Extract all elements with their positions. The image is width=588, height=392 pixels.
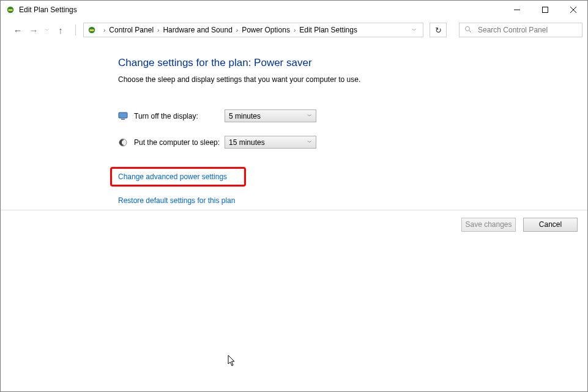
chevron-right-icon[interactable]: ›: [234, 27, 240, 34]
window-controls: [503, 1, 587, 19]
window-title: Edit Plan Settings: [19, 6, 503, 14]
sleep-timeout-label: Put the computer to sleep:: [134, 138, 225, 147]
chevron-right-icon[interactable]: ›: [155, 27, 162, 34]
page-description: Choose the sleep and display settings th…: [118, 75, 587, 84]
save-button[interactable]: Save changes: [461, 218, 516, 232]
nav-separator: [75, 24, 76, 35]
address-dropdown-button[interactable]: ﹀: [408, 27, 420, 34]
restore-defaults-link[interactable]: Restore default settings for this plan: [118, 196, 235, 205]
display-timeout-label: Turn off the display:: [134, 112, 225, 120]
svg-rect-10: [119, 113, 127, 118]
refresh-button[interactable]: ↻: [430, 23, 447, 37]
svg-rect-11: [121, 119, 125, 120]
svg-rect-1: [9, 9, 13, 11]
links-section: Change advanced power settings Restore d…: [118, 167, 587, 205]
chevron-right-icon[interactable]: ›: [101, 27, 108, 34]
breadcrumb-item[interactable]: Edit Plan Settings: [298, 26, 359, 34]
display-timeout-value: 5 minutes: [229, 112, 261, 120]
sleep-timeout-value: 15 minutes: [229, 138, 265, 147]
search-icon: [464, 26, 472, 35]
breadcrumb-item[interactable]: Power Options: [240, 26, 291, 34]
svg-rect-7: [90, 29, 94, 31]
power-options-icon: [6, 5, 15, 15]
back-button[interactable]: ←: [12, 26, 24, 35]
highlighted-link-box: Change advanced power settings: [110, 167, 246, 187]
navigation-bar: ← → ﹀ ↑ › Control Panel › Hardware and S…: [1, 19, 587, 41]
search-box[interactable]: [459, 23, 582, 37]
maximize-button[interactable]: [531, 1, 559, 19]
cancel-button[interactable]: Cancel: [523, 218, 578, 232]
moon-icon: [118, 138, 128, 147]
filler: [1, 239, 587, 392]
display-timeout-select[interactable]: 5 minutes ﹀: [225, 109, 316, 122]
up-button[interactable]: ↑: [54, 26, 67, 35]
recent-locations-button[interactable]: ﹀: [45, 27, 50, 34]
forward-button[interactable]: →: [28, 26, 40, 35]
chevron-down-icon: ﹀: [307, 113, 312, 119]
svg-rect-3: [543, 7, 548, 13]
display-timeout-row: Turn off the display: 5 minutes ﹀: [118, 109, 587, 122]
sleep-timeout-row: Put the computer to sleep: 15 minutes ﹀: [118, 136, 587, 149]
window-frame: Edit Plan Settings ← → ﹀ ↑: [0, 0, 588, 392]
close-button[interactable]: [559, 1, 587, 19]
minimize-button[interactable]: [503, 1, 531, 19]
advanced-settings-link[interactable]: Change advanced power settings: [118, 172, 227, 181]
power-options-icon: [86, 26, 97, 34]
monitor-icon: [118, 111, 128, 121]
breadcrumb-item[interactable]: Control Panel: [108, 26, 155, 34]
content-area: Change settings for the plan: Power save…: [1, 41, 587, 210]
search-input[interactable]: [477, 25, 577, 35]
chevron-down-icon: ﹀: [307, 139, 312, 146]
svg-point-8: [466, 26, 470, 31]
breadcrumb-bar[interactable]: › Control Panel › Hardware and Sound › P…: [83, 23, 423, 37]
page-heading: Change settings for the plan: Power save…: [118, 57, 587, 69]
breadcrumb-item[interactable]: Hardware and Sound: [162, 26, 233, 34]
footer-bar: Save changes Cancel: [1, 210, 587, 239]
chevron-right-icon[interactable]: ›: [291, 27, 298, 34]
svg-line-9: [469, 31, 471, 32]
title-bar: Edit Plan Settings: [1, 1, 587, 19]
sleep-timeout-select[interactable]: 15 minutes ﹀: [225, 136, 316, 149]
